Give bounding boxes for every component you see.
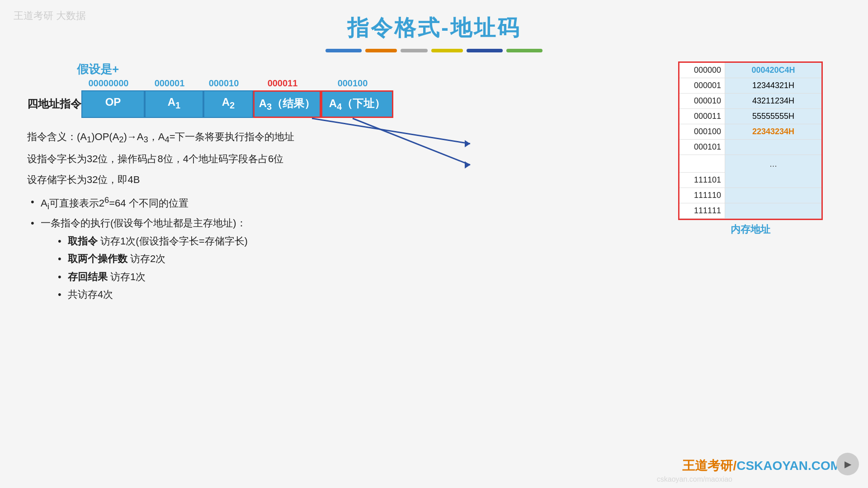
memory-table: 000000 000420C4H 000001 12344321H 000010… [678,61,823,220]
mem-row-1: 000001 12344321H [679,78,821,94]
mem-val-7 [725,188,821,203]
mem-val-0: 000420C4H [725,63,821,78]
mem-addr-2: 000010 [679,94,725,109]
bullet-item-2: 一条指令的执行(假设每个地址都是主存地址)： 取指令 访存1次(假设指令字长=存… [27,214,660,304]
bar-4 [431,49,463,52]
mem-row-5: 000101 [679,140,821,155]
mem-row-7: 111110 [679,188,821,203]
mem-addr-7: 111110 [679,188,725,203]
mem-val-6 [725,173,821,188]
a4-cell: A4（下址） [321,90,393,118]
sub-list: 取指令 访存1次(假设指令字长=存储字长) 取两个操作数 访存2次 存回结果 访… [54,232,660,304]
mem-val-2: 43211234H [725,94,821,109]
bar-2 [365,49,397,52]
fetch-item: 取指令 访存1次(假设指令字长=存储字长) [54,232,660,250]
mem-addr-1: 000001 [679,78,725,94]
left-panel: 假设是+ 00000000 000001 000010 000011 00010… [27,61,660,304]
mem-addr-4: 000100 [679,124,725,140]
mem-row-2: 000010 43211234H [679,94,821,109]
a1-cell: A1 [145,90,203,118]
operands-item: 取两个操作数 访存2次 [54,250,660,268]
mem-val-4: 22343234H [725,124,821,140]
play-button[interactable]: ▶ [836,453,859,475]
bullet-list: Ai可直接表示26=64 个不同的位置 一条指令的执行(假设每个地址都是主存地址… [27,193,660,304]
addr-val-2: 000010 [199,78,249,89]
mem-addr-6: 111101 [679,173,725,188]
instruction-row: 四地址指令 OP A1 A2 A3（结果） A4（下址） [27,90,660,118]
mem-val-dots: ... [725,155,821,173]
description-block: 指令含义：(A1)OP(A2)→A3，A4=下一条将要执行指令的地址 设指令字长… [27,128,660,189]
bar-6 [506,49,542,52]
branding-orange: 王道考研/ [682,459,736,473]
desc-wordlen: 设指令字长为32位，操作码占8位，4个地址码字段各占6位 [27,150,660,168]
mem-row-0: 000000 000420C4H [679,63,821,78]
total-item: 共访存4次 [54,286,660,304]
mem-val-1: 12344321H [725,78,821,94]
mem-val-5 [725,140,821,155]
watermark-bottomright: cskaoyan.com/maoxiao [657,475,732,483]
mem-row-4: 000100 22343234H [679,124,821,140]
bar-3 [401,49,428,52]
mem-row-8: 111111 [679,203,821,219]
store-item: 存回结果 访存1次 [54,268,660,286]
branding-blue: CSKAOYAN.COM [736,459,841,473]
assumption-label: 假设是+ [77,61,660,77]
mem-row-3: 000011 55555555H [679,109,821,124]
branding: 王道考研/CSKAOYAN.COM [682,457,841,474]
instr-title: 四地址指令 [27,97,81,111]
a3-cell: A3（结果） [253,90,321,118]
bar-1 [326,49,362,52]
desc-meaning: 指令含义：(A1)OP(A2)→A3，A4=下一条将要执行指令的地址 [27,128,660,147]
op-cell: OP [81,90,145,118]
memory-panel: 000000 000420C4H 000001 12344321H 000010… [678,61,823,304]
mem-addr-8: 111111 [679,203,725,219]
bullet-item-1: Ai可直接表示26=64 个不同的位置 [27,193,660,214]
mem-val-8 [725,203,821,219]
bar-5 [467,49,503,52]
addr-val-4: 000100 [316,78,389,89]
mem-row-dots: ... [679,155,821,173]
mem-addr-dots [679,155,725,173]
instr-cells: OP A1 A2 A3（结果） A4（下址） [81,90,393,118]
mem-val-3: 55555555H [725,109,821,124]
mem-row-6: 111101 [679,173,821,188]
mem-addr-3: 000011 [679,109,725,124]
a2-cell: A2 [203,90,253,118]
mem-addr-0: 000000 [679,63,725,78]
memory-label: 内存地址 [678,223,823,236]
addr-val-3: 000011 [249,78,316,89]
addr-val-0: 00000000 [77,78,140,89]
desc-storage: 设存储字长为32位，即4B [27,171,660,189]
mem-addr-5: 000101 [679,140,725,155]
page-title: 指令格式-地址码 [0,0,868,42]
addr-labels-row: 00000000 000001 000010 000011 000100 [77,78,660,89]
color-bars [0,49,868,52]
watermark-topleft: 王道考研 大数据 [14,9,86,23]
addr-val-1: 000001 [140,78,199,89]
